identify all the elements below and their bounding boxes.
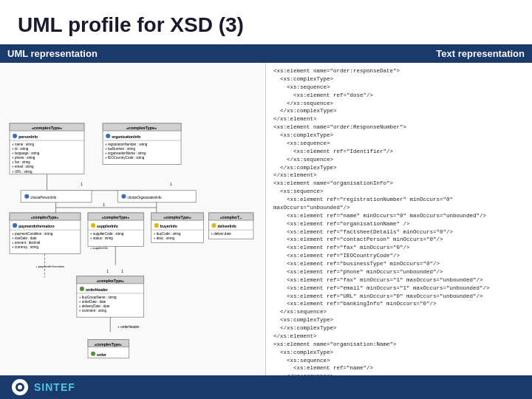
svg-text:+ amount : decimal: + amount : decimal [12, 241, 40, 245]
svg-point-28 [24, 194, 29, 199]
svg-text:+ fax : string: + fax : string [12, 160, 30, 164]
svg-text:deliverInfo: deliverInfo [218, 224, 236, 228]
svg-point-66 [211, 223, 216, 228]
page-container: UML profile for XSD (3) UML representati… [0, 0, 532, 399]
svg-text:+ paymentCondition : string: + paymentCondition : string [12, 232, 53, 236]
text-panel: <xs:element name="order:responseDate"> <… [266, 63, 532, 399]
svg-text:+ organisationName : string: + organisationName : string [105, 151, 146, 155]
svg-text:+ supplierInfo: + supplierInfo [90, 246, 109, 250]
svg-text:+ id : string: + id : string [12, 147, 29, 151]
svg-text:+ orderDate : date: + orderDate : date [79, 300, 106, 304]
svg-point-3 [13, 134, 17, 138]
svg-point-87 [91, 352, 95, 356]
svg-text:«complexType»: «complexType» [102, 215, 130, 219]
svg-text:«complexType»: «complexType» [32, 126, 62, 130]
svg-text:«complexT...: «complexT... [220, 215, 243, 219]
svg-text:+ paymentInformation: + paymentInformation [35, 265, 64, 268]
svg-point-58 [154, 223, 159, 228]
uml-diagram: «complexType» personInfo + name : string… [6, 69, 259, 399]
svg-text:1: 1 [103, 202, 105, 207]
footer-logo-text: SINTEF [34, 381, 75, 393]
svg-point-75 [80, 287, 84, 291]
svg-text:1: 1 [106, 269, 109, 273]
footer: SINTEF [0, 375, 532, 399]
svg-text:paymentInformation: paymentInformation [18, 224, 54, 228]
svg-text:organizationInfo: organizationInfo [112, 134, 140, 139]
svg-text:1: 1 [81, 182, 83, 186]
footer-logo-circle [12, 379, 28, 395]
svg-text:+ orderHeader: + orderHeader [117, 325, 140, 329]
page-title: UML profile for XSD (3) [18, 13, 514, 37]
text-section-label: Text representation [266, 48, 525, 59]
svg-text:order: order [97, 352, 106, 357]
svg-point-31 [121, 194, 126, 199]
svg-text:choicePersonInfo: choicePersonInfo [30, 196, 56, 200]
svg-text:+ registrationNumber : string: + registrationNumber : string [105, 143, 148, 146]
svg-point-50 [91, 223, 95, 228]
svg-text:1: 1 [170, 182, 172, 186]
svg-text:+ taxNumber : string: + taxNumber : string [105, 147, 135, 151]
svg-text:«complexType»: «complexType» [97, 279, 125, 283]
svg-text:1: 1 [121, 269, 123, 273]
svg-text:+ buyGroupName : string: + buyGroupName : string [79, 296, 117, 299]
svg-text:+ supplierCode : string: + supplierCode : string [90, 232, 124, 236]
svg-text:+ name : string: + name : string [12, 143, 34, 146]
svg-point-95 [18, 385, 22, 389]
page-header: UML profile for XSD (3) [0, 0, 532, 44]
svg-text:«complexType»: «complexType» [163, 215, 191, 219]
svg-text:+ URL : string: + URL : string [12, 170, 33, 174]
svg-text:«complexType»: «complexType» [126, 126, 157, 130]
svg-text:+ IEOCountryCode : string: + IEOCountryCode : string [105, 156, 145, 160]
section-header-bar: UML representation Text representation [0, 44, 532, 63]
svg-point-40 [13, 223, 17, 228]
svg-text:supplierInfo: supplierInfo [97, 224, 118, 228]
xml-text-content: <xs:element name="order:responseDate"> <… [273, 67, 525, 399]
svg-text:+ buyCode : string: + buyCode : string [154, 232, 181, 236]
main-panels: «complexType» personInfo + name : string… [0, 63, 532, 399]
svg-text:choiceOrganizationInfo: choiceOrganizationInfo [127, 196, 162, 200]
uml-panel: «complexType» personInfo + name : string… [0, 63, 266, 399]
svg-text:personInfo: personInfo [18, 134, 38, 139]
svg-text:+ deliveryDate : date: + deliveryDate : date [79, 304, 110, 308]
svg-text:orderHeader: orderHeader [86, 287, 108, 292]
svg-text:+ email : string: + email : string [12, 165, 34, 168]
svg-text:+ comment : string: + comment : string [79, 309, 107, 313]
svg-text:+ dueDate : date: + dueDate : date [12, 236, 37, 240]
svg-text:buyerInfo: buyerInfo [160, 224, 177, 228]
uml-section-label: UML representation [7, 48, 266, 59]
svg-text:+ phone : string: + phone : string [12, 156, 35, 160]
svg-text:«complexType»: «complexType» [95, 342, 123, 347]
svg-text:+ language : string: + language : string [12, 151, 40, 155]
svg-text:+ desc : string: + desc : string [154, 236, 175, 240]
svg-text:+ deliver:date: + deliver:date [211, 232, 231, 236]
svg-text:+ status : string: + status : string [90, 236, 113, 240]
sintef-logo-icon [13, 380, 27, 395]
svg-point-16 [106, 134, 110, 138]
svg-text:«complexType»: «complexType» [31, 215, 59, 219]
svg-text:+ currency : string: + currency : string [12, 245, 39, 249]
